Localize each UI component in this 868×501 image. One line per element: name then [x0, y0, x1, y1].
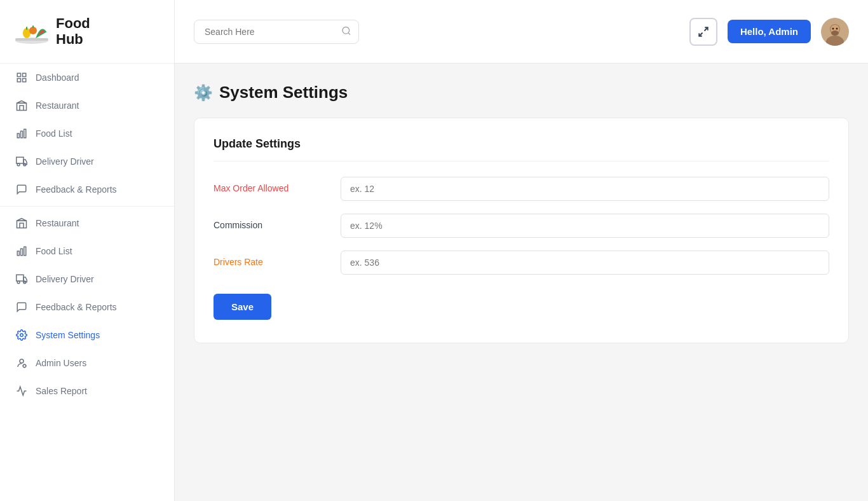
search-box	[194, 20, 359, 44]
sidebar-label-feedback-reports-1: Feedback & Reports	[36, 184, 117, 195]
sidebar-item-food-list-2[interactable]: Food List	[0, 237, 174, 265]
save-button[interactable]: Save	[214, 294, 271, 320]
svg-point-37	[836, 27, 838, 29]
logo-subtitle: Hub	[56, 31, 83, 47]
svg-point-36	[832, 27, 834, 29]
svg-rect-18	[17, 251, 19, 256]
user-greeting-button[interactable]: Hello, Admin	[728, 20, 811, 43]
grid-icon	[15, 71, 28, 84]
sidebar-label-system-settings: System Settings	[36, 330, 100, 340]
svg-rect-1	[15, 38, 48, 41]
field-label-drivers-rate: Drivers Rate	[214, 251, 341, 267]
sidebar: Food Hub Dashboard Restaurant Food List	[0, 0, 175, 501]
sidebar-label-sales-report: Sales Report	[36, 386, 87, 396]
avatar	[821, 18, 849, 46]
sidebar-item-delivery-driver-2[interactable]: Delivery Driver	[0, 265, 174, 293]
svg-rect-3	[26, 27, 27, 30]
sidebar-item-delivery-driver-1[interactable]: Delivery Driver	[0, 148, 174, 175]
svg-rect-21	[17, 275, 24, 281]
page-content: ⚙️ System Settings Update Settings Max O…	[175, 64, 868, 501]
message-icon-2	[15, 301, 28, 313]
svg-point-26	[23, 364, 26, 367]
sidebar-item-system-settings[interactable]: System Settings	[0, 321, 174, 349]
sidebar-item-feedback-reports-1[interactable]: Feedback & Reports	[0, 175, 174, 203]
sidebar-label-food-list-1: Food List	[36, 128, 72, 139]
logo-icon	[13, 13, 51, 51]
svg-line-28	[348, 32, 350, 34]
sidebar-label-admin-users: Admin Users	[36, 358, 86, 368]
field-label-commission: Commission	[214, 214, 341, 230]
sidebar-label-dashboard: Dashboard	[36, 72, 79, 83]
sidebar-label-delivery-driver-1: Delivery Driver	[36, 156, 94, 167]
svg-rect-7	[23, 73, 26, 76]
sidebar-item-dashboard[interactable]: Dashboard	[0, 64, 174, 92]
svg-point-24	[20, 334, 24, 337]
svg-rect-9	[17, 79, 20, 82]
sidebar-item-restaurant[interactable]: Restaurant	[0, 92, 174, 120]
search-icon	[341, 25, 351, 38]
logo: Food Hub	[0, 0, 174, 64]
building-icon-2	[15, 217, 28, 230]
svg-point-27	[342, 27, 349, 34]
chart-line-icon	[15, 385, 28, 397]
sidebar-label-delivery-driver-2: Delivery Driver	[36, 274, 94, 284]
svg-rect-19	[21, 249, 23, 256]
truck-icon-2	[15, 273, 28, 285]
header: Hello, Admin	[175, 0, 868, 64]
page-title-gear-icon: ⚙️	[194, 84, 213, 102]
page-title-text: System Settings	[219, 83, 348, 102]
svg-rect-12	[21, 131, 23, 138]
settings-card: Update Settings Max Order Allowed Commis…	[194, 118, 849, 343]
svg-rect-8	[23, 79, 26, 82]
form-field-commission: Commission	[214, 214, 829, 238]
form-field-drivers-rate: Drivers Rate	[214, 251, 829, 275]
page-title: ⚙️ System Settings	[194, 83, 849, 102]
fullscreen-button[interactable]	[689, 18, 717, 46]
save-button-label: Save	[231, 301, 254, 312]
sidebar-label-food-list-2: Food List	[36, 246, 72, 256]
logo-text: Food Hub	[56, 16, 90, 46]
svg-point-22	[17, 281, 20, 284]
sidebar-item-sales-report[interactable]: Sales Report	[0, 377, 174, 405]
truck-icon-1	[15, 155, 28, 168]
svg-rect-10	[17, 103, 27, 110]
svg-rect-14	[17, 157, 24, 163]
sidebar-item-food-list-1[interactable]: Food List	[0, 120, 174, 148]
card-title: Update Settings	[214, 137, 829, 161]
nav-group-1: Dashboard Restaurant Food List Delivery …	[0, 64, 174, 203]
chart-bar-icon-2	[15, 245, 28, 257]
sidebar-item-admin-users[interactable]: Admin Users	[0, 349, 174, 377]
sidebar-item-restaurant-2[interactable]: Restaurant	[0, 209, 174, 237]
svg-point-25	[20, 359, 24, 363]
gear-icon-nav	[15, 329, 28, 341]
main-area: Hello, Admin ⚙️ System Settings	[175, 0, 868, 501]
nav-group-2: Restaurant Food List Delivery Driver Fee…	[0, 209, 174, 405]
form-field-max-order: Max Order Allowed	[214, 177, 829, 201]
commission-input[interactable]	[341, 214, 829, 238]
svg-point-15	[17, 163, 20, 166]
search-input[interactable]	[194, 20, 359, 44]
svg-rect-20	[24, 247, 26, 256]
svg-rect-11	[17, 134, 19, 138]
logo-title: Food	[56, 15, 90, 31]
svg-rect-6	[17, 73, 20, 76]
svg-rect-13	[24, 129, 26, 138]
max-order-input[interactable]	[341, 177, 829, 201]
sidebar-item-feedback-reports-2[interactable]: Feedback & Reports	[0, 293, 174, 321]
sidebar-label-restaurant: Restaurant	[36, 100, 79, 111]
sidebar-label-feedback-reports-2: Feedback & Reports	[36, 302, 117, 312]
svg-rect-5	[32, 25, 34, 28]
svg-point-35	[831, 31, 839, 36]
message-icon-1	[15, 183, 28, 196]
user-greeting-text: Hello, Admin	[740, 26, 798, 37]
sidebar-label-restaurant-2: Restaurant	[36, 218, 79, 228]
field-label-max-order: Max Order Allowed	[214, 177, 341, 193]
nav-divider	[0, 206, 174, 207]
building-icon	[15, 99, 28, 112]
chart-bar-icon-1	[15, 127, 28, 140]
user-gear-icon	[15, 357, 28, 369]
drivers-rate-input[interactable]	[341, 251, 829, 275]
svg-rect-17	[17, 221, 27, 228]
